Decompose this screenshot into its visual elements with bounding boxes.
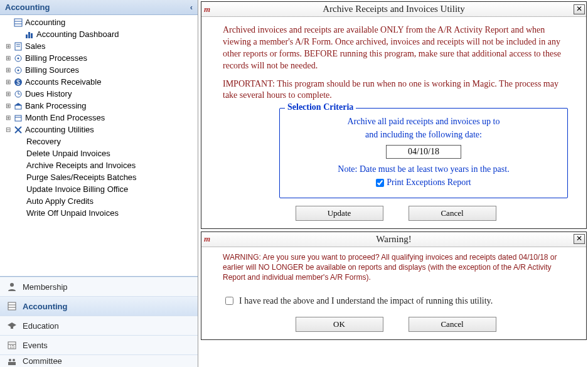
module-accounting[interactable]: Accounting bbox=[0, 296, 198, 316]
tree-dashboard[interactable]: Accounting Dashboard bbox=[3, 28, 198, 40]
ok-button[interactable]: OK bbox=[296, 317, 383, 332]
expand-icon[interactable]: ⊞ bbox=[4, 78, 13, 85]
tree-label: Recovery bbox=[25, 137, 61, 146]
svg-text:15: 15 bbox=[9, 344, 14, 349]
svg-rect-18 bbox=[15, 105, 21, 109]
sidebar: Accounting ‹ Accounting Accounting Dashb… bbox=[0, 0, 198, 367]
module-membership[interactable]: Membership bbox=[0, 277, 198, 296]
svg-rect-0 bbox=[14, 19, 22, 26]
tree-label: Archive Receipts and Invoices bbox=[25, 161, 136, 170]
warning-title: Warning! bbox=[203, 234, 585, 245]
criteria-note: Note: Date must be at least two years in… bbox=[289, 164, 559, 176]
tree-label: Accounting bbox=[24, 18, 65, 27]
collapse-icon[interactable]: ‹ bbox=[190, 3, 193, 12]
tree-util-item[interactable]: Write Off Unpaid Invoices bbox=[3, 207, 198, 219]
receipt-icon bbox=[13, 42, 24, 51]
expand-icon[interactable]: ⊞ bbox=[4, 66, 13, 73]
svg-rect-4 bbox=[28, 32, 30, 38]
archive-para1: Archived invoices and receipts are avail… bbox=[223, 24, 569, 72]
archive-title: Archive Receipts and Invoices Utility bbox=[203, 4, 585, 14]
dollar-icon: $ bbox=[13, 78, 24, 87]
expand-icon[interactable]: ⊞ bbox=[4, 55, 13, 61]
close-button[interactable]: ✕ bbox=[574, 4, 585, 14]
expand-icon[interactable]: ⊞ bbox=[4, 90, 13, 97]
tree-dues-history[interactable]: ⊞ Dues History bbox=[3, 88, 198, 100]
module-label: Membership bbox=[23, 282, 68, 292]
archive-para2: IMPORTANT: This program should be run wh… bbox=[223, 78, 569, 102]
group-legend: Selection Criteria bbox=[285, 102, 356, 114]
tree-util-item[interactable]: Auto Apply Credits bbox=[3, 195, 198, 207]
svg-point-12 bbox=[18, 69, 19, 71]
tree-label: Update Invoice Billing Office bbox=[25, 184, 128, 194]
tree-util-item[interactable]: Update Invoice Billing Office bbox=[3, 183, 198, 195]
tree-billing-sources[interactable]: ⊞ Billing Sources bbox=[3, 64, 198, 76]
warning-titlebar: m Warning! ✕ bbox=[201, 232, 586, 247]
module-committee[interactable]: Committee bbox=[0, 354, 198, 367]
tree-ar[interactable]: ⊞ $ Accounts Receivable bbox=[3, 76, 198, 88]
bar-chart-icon bbox=[24, 30, 35, 39]
archive-date-input[interactable] bbox=[386, 145, 461, 159]
cancel-button[interactable]: Cancel bbox=[409, 206, 496, 221]
people-icon bbox=[6, 356, 18, 366]
tree-bank-processing[interactable]: ⊞ Bank Processing bbox=[3, 100, 198, 112]
confirm-row: I have read the above and I understand t… bbox=[223, 295, 569, 307]
expand-icon[interactable]: ⊞ bbox=[4, 102, 13, 109]
svg-point-34 bbox=[13, 359, 15, 361]
collapse-icon[interactable]: ⊟ bbox=[4, 126, 13, 133]
confirm-checkbox[interactable] bbox=[225, 297, 233, 305]
tree-label: Dues History bbox=[24, 89, 72, 98]
print-exceptions-label[interactable]: Print Exceptions Report bbox=[387, 177, 471, 189]
tree-utilities[interactable]: ⊟ Accounting Utilities bbox=[3, 124, 198, 136]
module-education[interactable]: Education bbox=[0, 316, 198, 335]
tree-util-item[interactable]: Recovery bbox=[3, 136, 198, 147]
expand-icon[interactable]: ⊞ bbox=[4, 43, 13, 50]
gears-icon bbox=[13, 54, 24, 63]
criteria-line1: Archive all paid receipts and invoices u… bbox=[289, 116, 559, 128]
tree-root-accounting[interactable]: Accounting bbox=[3, 16, 198, 28]
tree-label: Accounting Dashboard bbox=[35, 29, 119, 39]
tree-label: Month End Processes bbox=[24, 113, 105, 122]
tree-label: Accounts Receivable bbox=[24, 77, 101, 87]
tree-label: Accounting Utilities bbox=[24, 125, 94, 134]
tree-label: Delete Unpaid Invoices bbox=[25, 149, 110, 158]
app-logo-icon: m bbox=[204, 4, 210, 14]
warning-body: WARNING: Are you sure you want to procee… bbox=[201, 247, 586, 340]
confirm-label[interactable]: I have read the above and I understand t… bbox=[239, 295, 493, 307]
update-button[interactable]: Update bbox=[296, 206, 383, 221]
archive-titlebar: m Archive Receipts and Invoices Utility … bbox=[201, 2, 586, 17]
module-label: Accounting bbox=[23, 302, 68, 311]
tree-billing-processes[interactable]: ⊞ Billing Processes bbox=[3, 52, 198, 64]
tree-month-end[interactable]: ⊞ Month End Processes bbox=[3, 112, 198, 124]
svg-marker-28 bbox=[8, 322, 16, 327]
app-logo-icon: m bbox=[204, 234, 210, 244]
tree-label: Auto Apply Credits bbox=[25, 196, 94, 206]
module-events[interactable]: 15 Events bbox=[0, 335, 198, 354]
tree-util-item[interactable]: Archive Receipts and Invoices bbox=[3, 159, 198, 171]
print-exceptions-checkbox[interactable] bbox=[376, 179, 384, 187]
tree-sales[interactable]: ⊞ Sales bbox=[3, 40, 198, 52]
close-button[interactable]: ✕ bbox=[574, 234, 585, 244]
ledger-book-icon bbox=[6, 301, 18, 311]
cancel-button[interactable]: Cancel bbox=[409, 317, 496, 332]
archive-warning-text: Archived invoices and receipts are avail… bbox=[223, 24, 569, 102]
archive-button-row: Update Cancel bbox=[223, 206, 569, 221]
ledger-icon bbox=[13, 18, 24, 27]
archive-body: Archived invoices and receipts are avail… bbox=[201, 17, 586, 228]
expand-icon[interactable]: ⊞ bbox=[4, 114, 13, 121]
tree-label: Purge Sales/Receipts Batches bbox=[25, 173, 137, 182]
svg-text:$: $ bbox=[16, 79, 20, 86]
warning-text: WARNING: Are you sure you want to procee… bbox=[223, 252, 569, 283]
svg-point-33 bbox=[9, 359, 11, 361]
tools-icon bbox=[13, 125, 24, 134]
graduation-cap-icon bbox=[6, 321, 18, 331]
sidebar-title: Accounting bbox=[5, 3, 50, 12]
svg-point-10 bbox=[18, 57, 19, 59]
gears-icon bbox=[13, 66, 24, 75]
sidebar-header[interactable]: Accounting ‹ bbox=[0, 0, 198, 15]
svg-point-24 bbox=[10, 283, 14, 287]
tree-util-item[interactable]: Delete Unpaid Invoices bbox=[3, 147, 198, 159]
tree-label: Write Off Unpaid Invoices bbox=[25, 208, 119, 218]
tree-util-item[interactable]: Purge Sales/Receipts Batches bbox=[3, 171, 198, 183]
archive-panel: m Archive Receipts and Invoices Utility … bbox=[201, 1, 587, 229]
clock-icon bbox=[13, 90, 24, 98]
